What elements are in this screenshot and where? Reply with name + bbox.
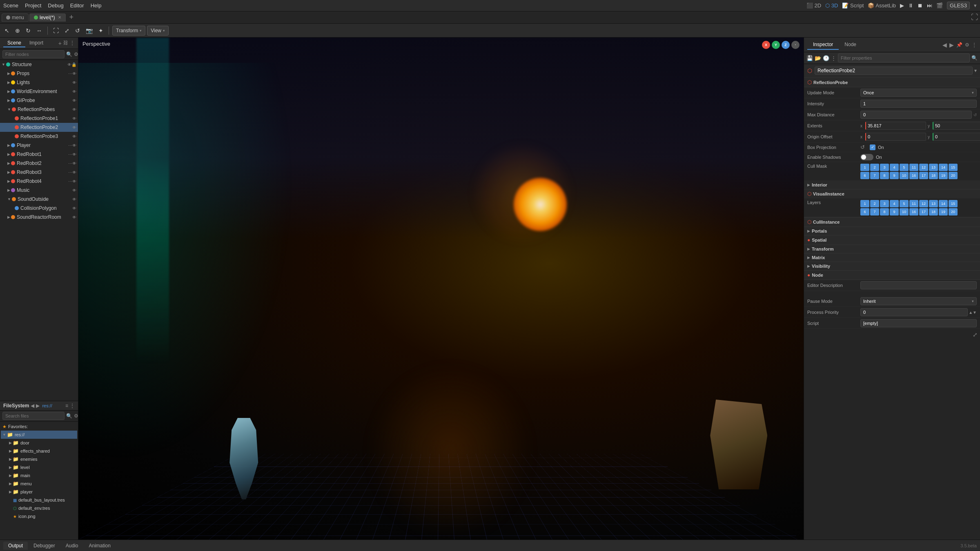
tree-eye-redrobot2[interactable]: 👁 <box>72 161 76 166</box>
fs-item-effects[interactable]: ▶ 📁 effects_shared <box>1 447 77 455</box>
cull-cell-7[interactable]: 7 <box>870 172 879 179</box>
expand-player-fs[interactable]: ▶ <box>9 490 12 494</box>
tab-import[interactable]: Import <box>25 39 47 47</box>
node-collapse-header[interactable]: ● Node <box>804 271 980 280</box>
origin-y-input[interactable] <box>933 133 980 141</box>
axis-x-icon[interactable]: X <box>762 41 770 49</box>
tree-eye-structure[interactable]: 👁 <box>67 62 71 67</box>
tree-item-redrobot2[interactable]: ▶ RedRobot2 ⋯ 👁 <box>0 159 78 168</box>
stop-btn[interactable]: ⏹ <box>918 2 923 9</box>
mode-3d-btn[interactable]: ⬡ 3D <box>825 2 838 9</box>
fs-item-icon[interactable]: ★ icon.png <box>1 512 77 520</box>
inspector-search-icon[interactable]: 🔍 <box>971 55 978 61</box>
enable-shadows-toggle[interactable] <box>860 154 873 160</box>
cull-cell-4[interactable]: 4 <box>890 164 899 171</box>
renderer-badge[interactable]: GLES3 <box>947 2 970 9</box>
prop-value-max-distance[interactable]: 0 <box>860 111 972 119</box>
tool-gizmo[interactable]: ✦ <box>96 27 105 35</box>
tool-pivot[interactable]: ↺ <box>73 27 82 35</box>
tree-eye-redrobot4[interactable]: 👁 <box>72 179 76 184</box>
prop-value-update-mode[interactable]: Once ▾ <box>860 89 977 97</box>
axis-z-icon[interactable]: Z <box>782 41 790 49</box>
fs-item-bus-layout[interactable]: ▦ default_bus_layout.tres <box>1 496 77 504</box>
inspector-expand-btn[interactable]: ⤢ <box>973 331 978 338</box>
inspector-history-prev[interactable]: ◀ <box>942 42 947 48</box>
axis-dot-icon[interactable]: · <box>791 41 800 49</box>
visual-instance-collapse-header[interactable]: ⬡ VisualInstance <box>804 189 980 198</box>
cull-cell-17[interactable]: 17 <box>919 172 928 179</box>
cull-cell-12[interactable]: 12 <box>919 164 928 171</box>
fs-layout-btn[interactable]: ≡ <box>65 403 68 409</box>
layer-cell-8[interactable]: 8 <box>880 208 889 216</box>
cull-cell-11[interactable]: 11 <box>909 164 918 171</box>
tab-menu[interactable]: menu <box>2 13 29 22</box>
scene-filter-input[interactable] <box>2 50 65 58</box>
section-header-reflectionprobe[interactable]: ⬡ ReflectionProbe <box>804 78 980 87</box>
fs-search-input[interactable] <box>2 412 65 420</box>
process-priority-down[interactable]: ▼ <box>973 310 977 315</box>
tree-item-reflprobe3[interactable]: ReflectionProbe3 👁 <box>0 132 78 141</box>
view-btn[interactable]: View ▾ <box>147 26 169 36</box>
transform-collapse-header[interactable]: ▶ Transform <box>804 245 980 253</box>
layer-cell-19[interactable]: 19 <box>939 208 948 216</box>
cull-cell-13[interactable]: 13 <box>929 164 938 171</box>
tab-scene[interactable]: Scene <box>3 39 25 47</box>
tree-item-props[interactable]: ▶ Props ⋯ 👁 <box>0 69 78 78</box>
expand-soundoutside[interactable]: ▼ <box>7 197 11 201</box>
tree-eye-reflprobe1[interactable]: 👁 <box>72 116 76 121</box>
tree-eye-soundoutside[interactable]: 👁 <box>72 197 76 202</box>
layer-cell-4[interactable]: 4 <box>890 200 899 207</box>
tree-eye-redrobot3[interactable]: 👁 <box>72 170 76 175</box>
movie-btn[interactable]: 🎬 <box>936 2 943 9</box>
fs-back-btn[interactable]: ◀ <box>31 403 34 409</box>
play-btn[interactable]: ▶ <box>900 2 904 9</box>
tree-eye-collpoly[interactable]: 👁 <box>72 206 76 211</box>
layer-cell-6[interactable]: 6 <box>860 208 869 216</box>
tree-item-redrobot3[interactable]: ▶ RedRobot3 ⋯ 👁 <box>0 168 78 177</box>
tree-item-structure[interactable]: ▼ Structure 👁 🔒 <box>0 60 78 69</box>
tab-node[interactable]: Node <box>839 40 862 50</box>
tree-eye-worldenv[interactable]: 👁 <box>72 89 76 94</box>
tree-item-lights[interactable]: ▶ Lights 👁 <box>0 78 78 87</box>
cull-cell-1[interactable]: 1 <box>860 164 869 171</box>
layer-cell-9[interactable]: 9 <box>890 208 899 216</box>
layer-cell-12[interactable]: 12 <box>919 200 928 207</box>
tree-item-player[interactable]: ▶ Player ⋯ 👁 <box>0 141 78 150</box>
inspector-extra-icon[interactable]: ⋮ <box>831 55 836 61</box>
menu-project[interactable]: Project <box>25 2 41 9</box>
expand-redrobot1[interactable]: ▶ <box>7 152 10 156</box>
tool-local[interactable]: ⤢ <box>62 27 71 35</box>
node-name-input[interactable] <box>815 67 973 75</box>
expand-effects[interactable]: ▶ <box>9 449 12 453</box>
transform-btn[interactable]: Transform ▾ <box>112 26 145 36</box>
tree-eye-giprobe[interactable]: 👁 <box>72 98 76 103</box>
cull-cell-2[interactable]: 2 <box>870 164 879 171</box>
expand-worldenv[interactable]: ▶ <box>7 89 10 93</box>
fs-item-main[interactable]: ▶ 📁 main <box>1 471 77 480</box>
fs-item-enemies[interactable]: ▶ 📁 enemies <box>1 455 77 463</box>
fs-item-res[interactable]: ▼ 📁 res:// <box>1 431 77 439</box>
tool-scale[interactable]: ↔ <box>34 27 44 35</box>
layer-cell-5[interactable]: 5 <box>900 200 909 207</box>
tree-eye-player[interactable]: 👁 <box>72 143 76 148</box>
inspector-save-icon[interactable]: 💾 <box>806 55 813 61</box>
cull-cell-16[interactable]: 16 <box>909 172 918 179</box>
inspector-search-input[interactable] <box>838 53 970 62</box>
bottom-tab-debugger[interactable]: Debugger <box>29 542 60 550</box>
menu-scene[interactable]: Scene <box>3 2 18 9</box>
layer-cell-10[interactable]: 10 <box>900 208 909 216</box>
fs-item-level[interactable]: ▶ 📁 level <box>1 463 77 471</box>
scene-link-btn[interactable]: ⛓ <box>63 40 68 47</box>
portals-collapse-header[interactable]: ▶ Portals <box>804 227 980 235</box>
bottom-tab-audio[interactable]: Audio <box>61 542 83 550</box>
layer-cell-7[interactable]: 7 <box>870 208 879 216</box>
assetlib-btn[interactable]: 📦 AssetLib <box>868 2 896 9</box>
tree-item-worldenv[interactable]: ▶ WorldEnvironment 👁 <box>0 87 78 96</box>
tree-item-soundreactor[interactable]: ▶ SoundReactorRoom 👁 <box>0 213 78 222</box>
tree-eye-music[interactable]: 👁 <box>72 188 76 193</box>
menu-help[interactable]: Help <box>91 2 102 9</box>
tree-eye-reflprobe3[interactable]: 👁 <box>72 134 76 139</box>
layer-cell-15[interactable]: 15 <box>949 200 958 207</box>
node-type-dropdown[interactable]: ▾ <box>974 68 977 73</box>
layer-cell-16[interactable]: 16 <box>909 208 918 216</box>
